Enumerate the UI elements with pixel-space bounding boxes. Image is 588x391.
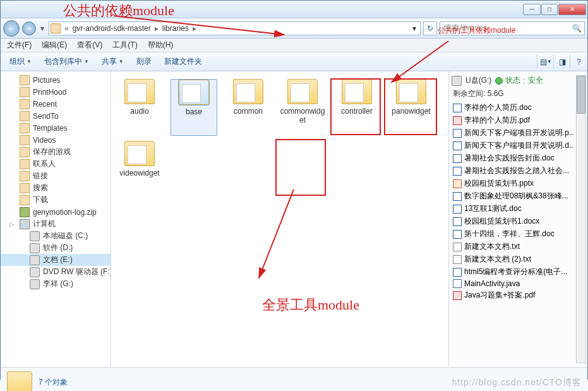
tree-item[interactable]: 保存的游戏	[1, 146, 111, 158]
burn-button[interactable]: 刻录	[131, 54, 157, 69]
breadcrumb-dropdown[interactable]: ▾	[410, 24, 419, 33]
preview-file-item[interactable]: Java习题集+答案.pdf	[452, 289, 585, 301]
nav-forward-button[interactable]: →	[22, 21, 36, 35]
preview-scrollbar[interactable]	[576, 75, 586, 363]
chevron-right-icon: ▸	[191, 24, 198, 33]
file-label: 新闻天下客户端项目开发说明.p..	[464, 128, 573, 138]
doc-icon	[453, 268, 462, 277]
doc-icon	[453, 167, 462, 176]
search-input[interactable]: 搜索 libraries 🔍	[440, 21, 585, 35]
tree-item[interactable]: 李祥 (G:)	[1, 278, 111, 290]
preview-file-item[interactable]: 第十四组，李祥、王辉.doc	[452, 228, 585, 240]
preview-pane: U盘(G:) 状态 : 安全 剩余空间: 5.6G 李祥的个人简历.doc李祥的…	[448, 71, 587, 367]
preview-file-item[interactable]: 李祥的个人简历.doc	[452, 102, 585, 114]
menu-tools[interactable]: 工具(T)	[109, 39, 141, 52]
folder-item[interactable]: audio	[116, 79, 163, 136]
menu-edit[interactable]: 编辑(E)	[38, 39, 71, 52]
tree-item-label: SendTo	[33, 112, 59, 121]
nav-history-dropdown[interactable]: ▾	[39, 20, 46, 37]
tree-item[interactable]: ▷计算机	[1, 218, 111, 230]
tree-item-label: genymotion-log.zip	[33, 208, 97, 217]
tree-item[interactable]: SendTo	[1, 110, 111, 122]
folder-icon	[20, 135, 30, 145]
tree-item[interactable]: 链接	[1, 170, 111, 182]
preview-file-item[interactable]: 校园租赁策划书.pptx	[452, 177, 585, 189]
folder-icon	[20, 195, 30, 205]
menu-bar: 文件(F) 编辑(E) 查看(V) 工具(T) 帮助(H)	[1, 39, 587, 52]
preview-file-item[interactable]: 13互联1测试.doc	[452, 203, 585, 215]
maximize-button[interactable]: □	[541, 4, 558, 15]
close-button[interactable]: ✕	[558, 4, 586, 15]
preview-file-item[interactable]: 新建文本文档.txt	[452, 241, 585, 253]
pc-icon	[20, 219, 30, 229]
preview-pane-button[interactable]: ◨	[553, 55, 567, 69]
tree-item-label: PrintHood	[33, 88, 66, 97]
folder-item[interactable]: panowidget	[388, 79, 435, 136]
doc-icon	[453, 141, 462, 150]
tree-item[interactable]: 文档 (E:)	[1, 254, 111, 266]
zip-icon	[20, 207, 30, 217]
minimize-button[interactable]: ─	[523, 4, 541, 15]
drv-icon	[30, 243, 40, 253]
tree-item[interactable]: genymotion-log.zip	[1, 206, 111, 218]
folder-item[interactable]: controller	[333, 79, 380, 136]
file-label: Java习题集+答案.pdf	[464, 290, 535, 301]
new-folder-button[interactable]: 新建文件夹	[159, 54, 207, 69]
preview-file-item[interactable]: 暑期社会实践报告封面.doc	[452, 152, 585, 164]
tree-item[interactable]: Pictures	[1, 74, 111, 86]
refresh-button[interactable]: ↻	[423, 21, 437, 35]
scrollbar-thumb[interactable]	[577, 76, 585, 114]
view-options-button[interactable]: ▤▼	[537, 55, 551, 69]
tree-item[interactable]: 联系人	[1, 158, 111, 170]
tree-item[interactable]: 搜索	[1, 182, 111, 194]
preview-file-item[interactable]: 数字图象处理08胡枫&38张峰...	[452, 190, 585, 202]
menu-view[interactable]: 查看(V)	[73, 39, 106, 52]
tree-item[interactable]: 本地磁盘 (C:)	[1, 230, 111, 242]
file-label: 暑期社会实践报告封面.doc	[464, 153, 555, 164]
drv-icon	[30, 231, 40, 241]
folder-icon	[20, 159, 30, 169]
preview-file-item[interactable]: 新闻天下客户端项目开发说明.d..	[452, 140, 585, 152]
items-view[interactable]: audiobasecommoncommonwidgetcontrollerpan…	[111, 71, 448, 367]
drv-icon	[30, 267, 40, 277]
file-label: 新闻天下客户端项目开发说明.d..	[464, 140, 573, 151]
folder-icon	[179, 80, 209, 105]
pdf-icon	[453, 291, 462, 300]
doc-icon	[453, 217, 462, 226]
breadcrumb[interactable]: « gvr-android-sdk-master ▸ libraries ▸ ▾	[49, 21, 421, 35]
drv-icon	[30, 279, 40, 289]
preview-file-item[interactable]: MainActivity.java	[452, 279, 585, 289]
tree-item[interactable]: PrintHood	[1, 86, 111, 98]
include-in-library-button[interactable]: 包含到库中▼	[39, 54, 94, 69]
tree-item[interactable]: 软件 (D:)	[1, 242, 111, 254]
tree-item[interactable]: Recent	[1, 98, 111, 110]
folder-item[interactable]: base	[171, 79, 217, 136]
folder-item[interactable]: videowidget	[116, 141, 163, 198]
preview-file-item[interactable]: 暑期社会实践报告之踏入社会...	[452, 165, 585, 177]
doc-icon	[453, 154, 462, 163]
tree-item[interactable]: Videos	[1, 134, 111, 146]
tree-item[interactable]: DVD RW 驱动器 (F:)	[1, 266, 111, 278]
file-label: 李祥的个人简历.doc	[464, 102, 532, 113]
nav-back-button[interactable]: ←	[3, 20, 20, 37]
doc-icon	[453, 205, 462, 214]
help-button[interactable]: ?	[570, 55, 584, 69]
preview-file-item[interactable]: 李祥的个人简历.pdf	[452, 114, 585, 126]
organize-button[interactable]: 组织▼	[4, 54, 37, 69]
preview-file-item[interactable]: 新建文本文档 (2).txt	[452, 253, 585, 265]
folder-item[interactable]: commonwidget	[279, 79, 326, 136]
breadcrumb-segment[interactable]: gvr-android-sdk-master	[70, 24, 153, 33]
breadcrumb-segment[interactable]: libraries	[160, 24, 191, 33]
file-label: MainActivity.java	[464, 279, 520, 288]
preview-file-item[interactable]: html5编程考查评分标准(电子...	[452, 266, 585, 278]
preview-file-item[interactable]: 校园租赁策划书1.docx	[452, 215, 585, 227]
doc-icon	[453, 192, 462, 201]
menu-help[interactable]: 帮助(H)	[144, 39, 177, 52]
tree-item[interactable]: 下载	[1, 194, 111, 206]
share-button[interactable]: 共享▼	[97, 54, 129, 69]
tree-item[interactable]: Templates	[1, 122, 111, 134]
folder-item[interactable]: common	[225, 79, 272, 136]
preview-file-item[interactable]: 新闻天下客户端项目开发说明.p..	[452, 127, 585, 139]
navigation-tree[interactable]: PicturesPrintHoodRecentSendToTemplatesVi…	[1, 71, 111, 367]
menu-file[interactable]: 文件(F)	[3, 39, 35, 52]
